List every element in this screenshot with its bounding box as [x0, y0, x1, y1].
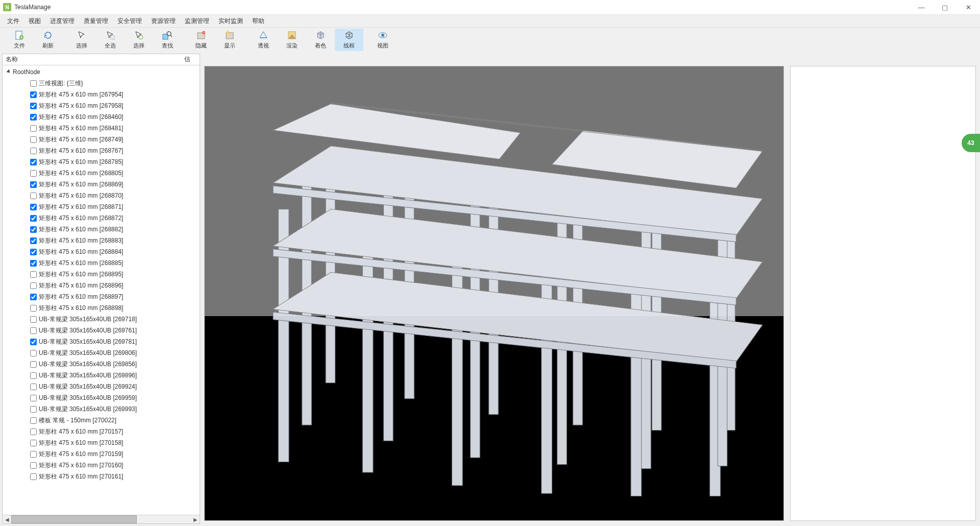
tree-checkbox[interactable]: [30, 103, 37, 109]
tree-checkbox[interactable]: [30, 193, 37, 199]
toolbar-refresh-button[interactable]: 刷新: [34, 29, 62, 51]
tree-row[interactable]: UB-常规梁 305x165x40UB [269896]: [3, 370, 200, 381]
menu-item-6[interactable]: 监测管理: [181, 15, 213, 27]
tree-checkbox[interactable]: [30, 361, 37, 368]
toolbar-pick-button[interactable]: 选择: [125, 29, 153, 51]
tree-checkbox[interactable]: [30, 159, 37, 165]
viewport-3d[interactable]: [204, 66, 784, 521]
tree-checkbox[interactable]: [30, 417, 37, 424]
tree-checkbox[interactable]: [30, 350, 37, 356]
tree-checkbox[interactable]: [30, 181, 37, 188]
tree-checkbox[interactable]: [30, 237, 37, 244]
tree-row[interactable]: 矩形柱 475 x 610 mm [270160]: [3, 460, 200, 471]
tree-checkbox[interactable]: [30, 406, 37, 413]
tree-row[interactable]: 矩形柱 475 x 610 mm [268895]: [3, 269, 200, 280]
tree-row[interactable]: 矩形柱 475 x 610 mm [268883]: [3, 235, 200, 246]
menu-item-8[interactable]: 帮助: [248, 15, 268, 27]
tree-checkbox[interactable]: [30, 395, 37, 401]
tree-root-row[interactable]: RootNode: [3, 66, 200, 78]
tree-row[interactable]: 矩形柱 475 x 610 mm [268805]: [3, 168, 200, 179]
tree-row[interactable]: 矩形柱 475 x 610 mm [268870]: [3, 190, 200, 201]
tree-row[interactable]: 矩形柱 475 x 610 mm [268896]: [3, 280, 200, 291]
scroll-thumb[interactable]: [11, 515, 137, 523]
tree-row[interactable]: 矩形柱 475 x 610 mm [268872]: [3, 212, 200, 224]
toolbar-file-button[interactable]: 文件: [5, 29, 34, 51]
toolbar-hide-button[interactable]: 隐藏: [187, 29, 215, 51]
tree-row[interactable]: 矩形柱 475 x 610 mm [268898]: [3, 302, 200, 314]
tree-row[interactable]: 矩形柱 475 x 610 mm [270159]: [3, 448, 200, 460]
menu-item-3[interactable]: 质量管理: [80, 15, 112, 27]
minimize-button[interactable]: —: [910, 0, 933, 15]
tree-checkbox[interactable]: [30, 80, 37, 87]
tree-row[interactable]: 矩形柱 475 x 610 mm [268460]: [3, 111, 200, 123]
tree-checkbox[interactable]: [30, 384, 37, 390]
tree-row[interactable]: 矩形柱 475 x 610 mm [267954]: [3, 89, 200, 100]
tree-checkbox[interactable]: [30, 204, 37, 210]
tree-checkbox[interactable]: [30, 125, 37, 132]
tree-checkbox[interactable]: [30, 226, 37, 233]
toolbar-selectall-button[interactable]: 全选: [96, 29, 125, 51]
tree-checkbox[interactable]: [30, 305, 37, 312]
toolbar-perspective-button[interactable]: 透视: [249, 29, 278, 51]
scroll-track[interactable]: [11, 515, 191, 523]
close-button[interactable]: ✕: [957, 0, 980, 15]
tree-checkbox[interactable]: [30, 136, 37, 143]
tree-checkbox[interactable]: [30, 91, 37, 98]
tree-row[interactable]: UB-常规梁 305x165x40UB [269718]: [3, 314, 200, 325]
tree-row[interactable]: UB-常规梁 305x165x40UB [269924]: [3, 381, 200, 392]
expand-icon[interactable]: [6, 69, 13, 75]
toolbar-shade-button[interactable]: 着色: [306, 29, 335, 51]
tree-row[interactable]: UB-常规梁 305x165x40UB [269806]: [3, 347, 200, 358]
tree-checkbox[interactable]: [30, 215, 37, 222]
menu-item-1[interactable]: 视图: [24, 15, 45, 27]
tree-checkbox[interactable]: [30, 428, 37, 435]
tree-checkbox[interactable]: [30, 462, 37, 469]
tree-checkbox[interactable]: [30, 473, 37, 480]
toolbar-view-button[interactable]: 视图: [369, 29, 397, 51]
notification-badge[interactable]: 43: [962, 134, 980, 152]
tree-checkbox[interactable]: [30, 271, 37, 278]
menu-item-5[interactable]: 资源管理: [147, 15, 180, 27]
tree-checkbox[interactable]: [30, 114, 37, 121]
tree-row[interactable]: 矩形柱 475 x 610 mm [268767]: [3, 145, 200, 156]
toolbar-wireframe-button[interactable]: 线框: [335, 29, 363, 51]
tree-checkbox[interactable]: [30, 260, 37, 267]
scroll-right-icon[interactable]: ▶: [191, 515, 200, 524]
tree-body[interactable]: RootNode 三维视图: {三维}矩形柱 475 x 610 mm [267…: [3, 65, 200, 515]
tree-row[interactable]: 矩形柱 475 x 610 mm [270158]: [3, 437, 200, 448]
tree-checkbox[interactable]: [30, 372, 37, 379]
tree-row[interactable]: UB-常规梁 305x165x40UB [269761]: [3, 325, 200, 336]
tree-row[interactable]: 矩形柱 475 x 610 mm [268885]: [3, 257, 200, 269]
toolbar-render-button[interactable]: 渲染: [278, 29, 306, 51]
tree-row[interactable]: UB-常规梁 305x165x40UB [269993]: [3, 403, 200, 415]
tree-row[interactable]: 矩形柱 475 x 610 mm [268869]: [3, 179, 200, 190]
tree-row[interactable]: 矩形柱 475 x 610 mm [268481]: [3, 123, 200, 134]
tree-checkbox[interactable]: [30, 327, 37, 334]
tree-row[interactable]: 矩形柱 475 x 610 mm [268749]: [3, 134, 200, 145]
tree-checkbox[interactable]: [30, 148, 37, 154]
tree-row[interactable]: 三维视图: {三维}: [3, 78, 200, 89]
menu-item-4[interactable]: 安全管理: [113, 15, 146, 27]
tree-row[interactable]: UB-常规梁 305x165x40UB [269856]: [3, 358, 200, 370]
toolbar-select-button[interactable]: 选择: [67, 29, 96, 51]
maximize-button[interactable]: ▢: [933, 0, 957, 15]
tree-checkbox[interactable]: [30, 249, 37, 255]
tree-checkbox[interactable]: [30, 294, 37, 300]
tree-row[interactable]: 矩形柱 475 x 610 mm [267958]: [3, 100, 200, 111]
tree-checkbox[interactable]: [30, 451, 37, 458]
tree-horizontal-scrollbar[interactable]: ◀ ▶: [3, 515, 200, 523]
tree-checkbox[interactable]: [30, 170, 37, 177]
menu-item-7[interactable]: 实时监测: [214, 15, 247, 27]
toolbar-find-button[interactable]: 查找: [153, 29, 182, 51]
scroll-left-icon[interactable]: ◀: [3, 515, 11, 524]
tree-row[interactable]: UB-常规梁 305x165x40UB [269781]: [3, 336, 200, 347]
tree-checkbox[interactable]: [30, 440, 37, 446]
tree-row[interactable]: 矩形柱 475 x 610 mm [270157]: [3, 426, 200, 437]
tree-row[interactable]: 矩形柱 475 x 610 mm [268785]: [3, 156, 200, 168]
toolbar-show-button[interactable]: 显示: [215, 29, 244, 51]
tree-row[interactable]: 矩形柱 475 x 610 mm [270161]: [3, 471, 200, 482]
tree-row[interactable]: 矩形柱 475 x 610 mm [268882]: [3, 224, 200, 235]
menu-item-2[interactable]: 进度管理: [46, 15, 79, 27]
tree-row[interactable]: UB-常规梁 305x165x40UB [269959]: [3, 392, 200, 403]
tree-row[interactable]: 楼板 常规 - 150mm [270022]: [3, 415, 200, 426]
